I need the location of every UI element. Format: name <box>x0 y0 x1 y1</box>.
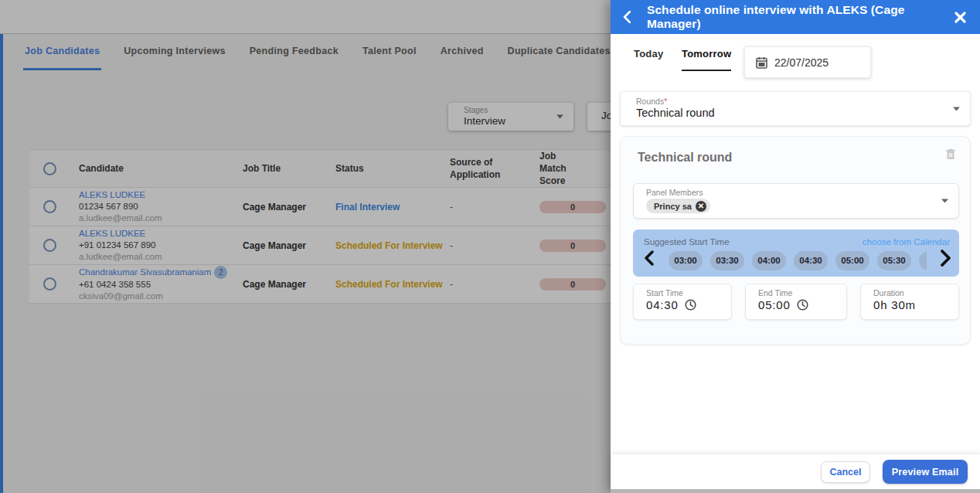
clock-icon[interactable] <box>797 299 808 311</box>
chip-remove-icon[interactable]: ✕ <box>696 201 706 212</box>
suggested-start-time-box: Suggested Start Time choose from Calenda… <box>633 230 959 277</box>
date-value: 22/07/2025 <box>774 56 829 69</box>
duration-field: Duration 0h 30m <box>860 284 959 320</box>
chevron-down-icon <box>952 106 961 111</box>
choose-from-calendar-link[interactable]: choose from Calendar <box>863 237 950 246</box>
duration-label: Duration <box>873 288 958 298</box>
time-chip[interactable]: 05:00 <box>835 251 869 270</box>
round-card-title: Technical round <box>638 151 732 165</box>
time-chip[interactable] <box>919 251 927 270</box>
start-time-value: 04:30 <box>646 298 679 311</box>
tab-today[interactable]: Today <box>634 48 663 70</box>
time-chips-strip: 03:00 03:30 04:00 04:30 05:00 05:30 <box>669 251 927 271</box>
rounds-label: Rounds <box>636 97 664 106</box>
cancel-button[interactable]: Cancel <box>821 461 870 483</box>
start-time-label: Start Time <box>646 288 731 298</box>
drawer-footer: Cancel Preview Email <box>611 454 980 493</box>
time-chip[interactable]: 03:00 <box>669 251 703 270</box>
panel-member-name: Princy sa <box>654 202 692 211</box>
duration-value: 0h 30m <box>873 298 916 311</box>
close-icon[interactable] <box>950 6 971 28</box>
end-time-value: 05:00 <box>758 298 791 311</box>
clock-icon[interactable] <box>685 299 696 311</box>
rounds-value: Technical round <box>636 107 959 119</box>
suggested-start-time-label: Suggested Start Time <box>644 237 730 246</box>
time-chip[interactable]: 05:30 <box>877 251 911 270</box>
time-chip[interactable]: 04:30 <box>794 251 828 270</box>
schedule-interview-drawer: Schedule online interview with ALEKS (Ca… <box>611 0 980 493</box>
end-time-field[interactable]: End Time 05:00 <box>745 284 847 320</box>
panel-member-chip: Princy sa ✕ <box>646 199 710 213</box>
trash-icon[interactable] <box>945 148 956 160</box>
time-chip[interactable]: 03:30 <box>710 251 744 270</box>
drawer-title: Schedule online interview with ALEKS (Ca… <box>647 3 950 31</box>
time-chip[interactable]: 04:00 <box>752 251 786 270</box>
panel-members-select[interactable]: Panel Members Princy sa ✕ <box>633 183 959 219</box>
required-mark: * <box>664 97 667 106</box>
chevron-down-icon <box>941 199 949 204</box>
chevron-left-icon[interactable] <box>644 250 654 266</box>
tab-tomorrow[interactable]: Tomorrow <box>682 48 731 71</box>
rounds-select[interactable]: Rounds* Technical round <box>620 91 971 126</box>
date-picker-field[interactable]: 22/07/2025 <box>744 46 871 78</box>
screen: Job Candidates Upcoming Interviews Pendi… <box>0 0 980 493</box>
chevron-right-icon[interactable] <box>940 249 951 267</box>
round-card: Technical round Panel Members Princy sa … <box>620 136 971 345</box>
end-time-label: End Time <box>758 288 846 298</box>
panel-members-label: Panel Members <box>646 188 948 197</box>
drawer-header: Schedule online interview with ALEKS (Ca… <box>611 0 980 34</box>
back-icon[interactable] <box>617 6 638 28</box>
preview-email-button[interactable]: Preview Email <box>883 460 968 484</box>
start-time-field[interactable]: Start Time 04:30 <box>633 284 732 320</box>
calendar-icon <box>756 56 767 69</box>
